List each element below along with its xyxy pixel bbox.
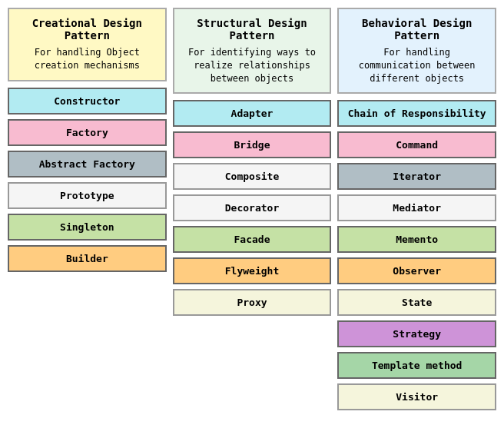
title-structural: Structural Design Pattern [181,17,324,41]
pattern-item-visitor[interactable]: Visitor [337,383,496,410]
subtitle-structural: For identifying ways to realize relation… [181,46,324,85]
pattern-item-memento[interactable]: Memento [337,226,496,253]
title-behavioral: Behavioral Design Pattern [345,17,489,41]
subtitle-behavioral: For handling communication between diffe… [345,46,489,85]
pattern-item-mediator[interactable]: Mediator [337,194,496,221]
pattern-item-state[interactable]: State [337,289,496,316]
title-creational: Creational Design Pattern [15,17,159,41]
header-creational: Creational Design PatternFor handling Ob… [8,8,167,81]
pattern-item-facade[interactable]: Facade [173,226,332,253]
pattern-item-factory[interactable]: Factory [8,119,167,146]
pattern-item-chain-of-responsibility[interactable]: Chain of Responsibility [337,100,496,127]
pattern-item-builder[interactable]: Builder [8,245,167,272]
pattern-item-constructor[interactable]: Constructor [8,88,167,114]
pattern-item-flyweight[interactable]: Flyweight [173,257,332,284]
pattern-item-singleton[interactable]: Singleton [8,214,167,241]
column-structural: Structural Design PatternFor identifying… [173,8,332,316]
pattern-item-proxy[interactable]: Proxy [173,289,332,316]
column-creational: Creational Design PatternFor handling Ob… [8,8,167,272]
pattern-item-template-method[interactable]: Template method [337,352,496,379]
pattern-item-adapter[interactable]: Adapter [173,100,332,127]
pattern-item-abstract-factory[interactable]: Abstract Factory [8,151,167,178]
pattern-item-iterator[interactable]: Iterator [337,163,496,190]
pattern-item-bridge[interactable]: Bridge [173,131,332,158]
pattern-item-command[interactable]: Command [337,131,496,158]
pattern-item-observer[interactable]: Observer [337,257,496,284]
pattern-item-decorator[interactable]: Decorator [173,194,332,221]
column-behavioral: Behavioral Design PatternFor handling co… [337,8,496,410]
main-container: Creational Design PatternFor handling Ob… [8,8,496,410]
pattern-item-strategy[interactable]: Strategy [337,320,496,347]
pattern-item-prototype[interactable]: Prototype [8,182,167,209]
subtitle-creational: For handling Object creation mechanisms [15,46,159,72]
header-structural: Structural Design PatternFor identifying… [173,8,332,94]
pattern-item-composite[interactable]: Composite [173,163,332,190]
header-behavioral: Behavioral Design PatternFor handling co… [337,8,496,94]
